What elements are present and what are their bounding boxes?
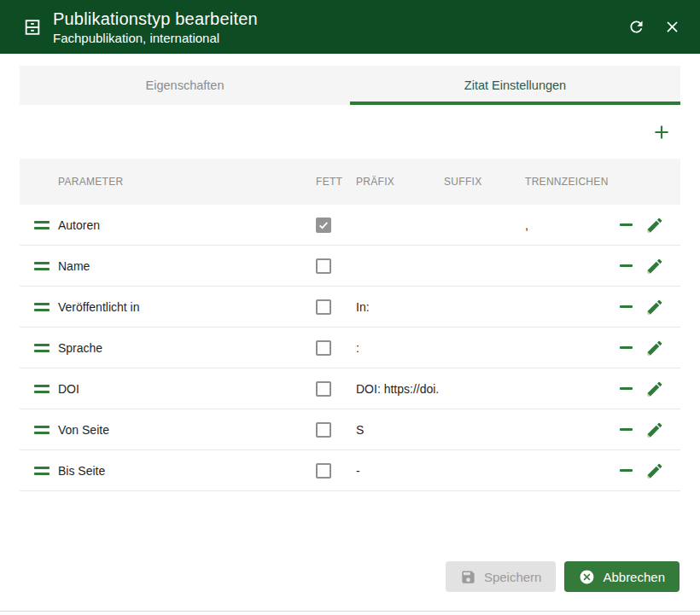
drag-handle-icon[interactable] [34, 303, 50, 311]
pencil-icon [645, 257, 664, 276]
edit-row-button[interactable] [644, 255, 666, 277]
minus-icon [620, 428, 633, 431]
tab-eigenschaften[interactable]: Eigenschaften [20, 66, 350, 105]
minus-icon [620, 346, 633, 349]
table-toolbar [20, 105, 680, 159]
edit-row-button[interactable] [644, 296, 666, 318]
praefix-value: - [356, 464, 444, 478]
close-icon[interactable] [662, 18, 681, 37]
remove-row-button[interactable] [615, 337, 637, 359]
remove-row-button[interactable] [615, 255, 637, 277]
minus-icon [620, 223, 633, 226]
fett-checkbox[interactable] [316, 218, 331, 233]
fett-checkbox[interactable] [316, 422, 331, 438]
tab-zitat-einstellungen[interactable]: Zitat Einstellungen [350, 66, 680, 105]
tab-zitat-einstellungen-label: Zitat Einstellungen [464, 78, 566, 92]
table-row: Name [20, 246, 680, 287]
cancel-circle-icon [579, 569, 595, 585]
table-body: Autoren , Name [20, 205, 680, 491]
drag-handle-icon[interactable] [34, 385, 50, 393]
archive-cabinet-icon [23, 18, 42, 37]
pencil-icon [645, 216, 664, 235]
minus-icon [620, 387, 633, 390]
remove-row-button[interactable] [615, 460, 637, 482]
column-header-praefix: PRÄFIX [356, 176, 444, 188]
row-parameter-label: Sprache [58, 341, 316, 355]
minus-icon [620, 305, 633, 308]
drag-handle-icon[interactable] [34, 426, 50, 434]
remove-row-button[interactable] [615, 214, 637, 236]
minus-icon [620, 469, 633, 472]
refresh-icon[interactable] [627, 18, 645, 37]
row-parameter-label: Von Seite [58, 423, 316, 437]
remove-row-button[interactable] [615, 378, 637, 400]
add-parameter-button[interactable] [650, 120, 674, 144]
row-parameter-label: Veröffentlicht in [58, 300, 316, 314]
table-row: Veröffentlicht in In: [20, 287, 680, 328]
table-row: Bis Seite - [20, 450, 680, 491]
praefix-value: In: [356, 300, 444, 314]
row-parameter-label: Autoren [58, 218, 316, 232]
table-header-row: PARAMETER FETT PRÄFIX SUFFIX TRENNZEICHE… [20, 159, 680, 205]
trennzeichen-value: , [525, 218, 615, 232]
pencil-icon [645, 421, 664, 439]
dialog-subtitle: Fachpublikation, international [53, 31, 258, 46]
column-header-suffix: SUFFIX [444, 176, 525, 188]
column-header-trennzeichen: TRENNZEICHEN [525, 176, 615, 188]
tab-eigenschaften-label: Eigenschaften [146, 78, 225, 92]
fett-checkbox[interactable] [316, 299, 331, 315]
pencil-icon [645, 380, 664, 398]
column-header-parameter: PARAMETER [58, 176, 316, 188]
cancel-button[interactable]: Abbrechen [564, 561, 680, 592]
dialog-bottom-edge [0, 611, 700, 615]
edit-publication-type-dialog: Publikationstyp bearbeiten Fachpublikati… [0, 0, 700, 615]
drag-handle-icon[interactable] [34, 344, 50, 352]
praefix-value: : [356, 341, 444, 355]
edit-row-button[interactable] [644, 460, 666, 482]
citation-settings-table: PARAMETER FETT PRÄFIX SUFFIX TRENNZEICHE… [20, 159, 680, 491]
fett-checkbox[interactable] [316, 258, 331, 274]
pencil-icon [645, 298, 664, 316]
table-row: DOI DOI: https://doi. [20, 368, 680, 409]
dialog-title: Publikationstyp bearbeiten [53, 9, 258, 29]
row-parameter-label: DOI [58, 382, 316, 396]
table-row: Autoren , [20, 205, 680, 246]
drag-handle-icon[interactable] [34, 221, 50, 229]
table-row: Von Seite S [20, 409, 680, 450]
save-icon [460, 569, 476, 585]
praefix-value: S [356, 423, 444, 437]
header-actions [627, 18, 681, 37]
fett-checkbox[interactable] [316, 381, 331, 397]
row-parameter-label: Name [58, 259, 316, 273]
dialog-footer: Speichern Abbrechen [0, 561, 700, 592]
drag-handle-icon[interactable] [34, 467, 50, 475]
cancel-button-label: Abbrechen [603, 570, 665, 584]
minus-icon [620, 264, 633, 267]
edit-row-button[interactable] [644, 214, 666, 236]
edit-row-button[interactable] [644, 337, 666, 359]
table-row: Sprache : [20, 328, 680, 368]
praefix-value: DOI: https://doi. [356, 382, 444, 396]
remove-row-button[interactable] [615, 419, 637, 441]
save-button[interactable]: Speichern [446, 561, 557, 592]
drag-handle-icon[interactable] [34, 262, 50, 270]
row-parameter-label: Bis Seite [58, 464, 316, 478]
edit-row-button[interactable] [644, 419, 666, 441]
column-header-fett: FETT [316, 176, 356, 188]
edit-row-button[interactable] [644, 378, 666, 400]
fett-checkbox[interactable] [316, 340, 331, 356]
pencil-icon [645, 461, 664, 480]
fett-checkbox[interactable] [316, 463, 331, 479]
dialog-header: Publikationstyp bearbeiten Fachpublikati… [0, 0, 700, 54]
save-button-label: Speichern [484, 570, 542, 584]
pencil-icon [645, 339, 664, 357]
tab-bar: Eigenschaften Zitat Einstellungen [20, 66, 680, 105]
dialog-titles: Publikationstyp bearbeiten Fachpublikati… [53, 9, 258, 46]
remove-row-button[interactable] [615, 296, 637, 318]
